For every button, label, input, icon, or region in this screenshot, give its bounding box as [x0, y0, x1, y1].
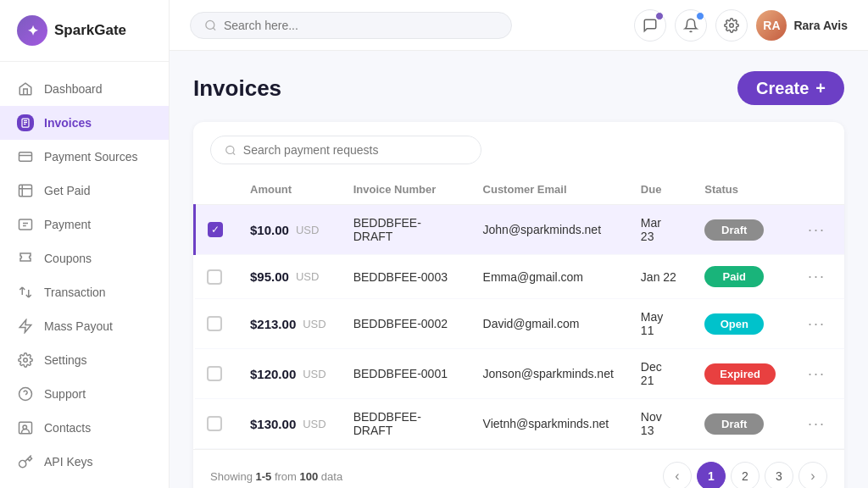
row-customer-email: Vietnh@sparkminds.net	[470, 399, 627, 449]
row-checkbox[interactable]	[207, 269, 222, 285]
row-more-actions[interactable]: ···	[789, 399, 844, 449]
settings-button[interactable]	[715, 9, 748, 42]
row-checkbox-cell[interactable]	[195, 349, 237, 399]
settings-icon	[17, 352, 34, 369]
sidebar-item-api-keys[interactable]: API Keys	[0, 445, 169, 479]
row-checkbox-cell[interactable]	[195, 399, 237, 449]
checkbox-header	[195, 175, 237, 205]
get-paid-icon	[17, 182, 34, 199]
row-checkbox-cell[interactable]	[195, 299, 237, 349]
sidebar-item-settings[interactable]: Settings	[0, 343, 169, 377]
table-row: $95.00 USD BEDDBFEE-0003 Emma@gmail.com …	[195, 255, 845, 299]
more-button[interactable]: ···	[803, 363, 831, 385]
svg-point-15	[206, 20, 214, 29]
row-amount: $130.00 USD	[236, 399, 340, 449]
create-label: Create	[756, 80, 809, 97]
search-bar[interactable]	[190, 12, 512, 39]
row-checkbox[interactable]	[207, 416, 222, 431]
sidebar-item-invoices[interactable]: Invoices	[0, 106, 169, 140]
table-body: $10.00 USD BEDDBFEE-DRAFT John@sparkmind…	[195, 205, 845, 449]
pagination-controls: ‹ 1 2 3 ›	[663, 462, 827, 488]
col-invoice-number: Invoice Number	[340, 175, 470, 205]
table-search-input-wrapper[interactable]	[210, 136, 481, 164]
table-row: $120.00 USD BEDDBFEE-0001 Jonson@sparkmi…	[195, 349, 845, 399]
payment-icon	[17, 216, 34, 233]
row-more-actions[interactable]: ···	[789, 205, 844, 255]
sidebar-item-contacts[interactable]: Contacts	[0, 411, 169, 445]
prev-page-button[interactable]: ‹	[663, 462, 692, 488]
row-checkbox[interactable]	[207, 366, 222, 381]
row-status: Draft	[691, 399, 789, 449]
sidebar-item-label: Transaction	[44, 286, 106, 299]
row-more-actions[interactable]: ···	[789, 299, 844, 349]
row-amount: $95.00 USD	[236, 255, 340, 299]
row-status: Expired	[691, 349, 789, 399]
transaction-icon	[17, 284, 34, 301]
row-due: Dec 21	[627, 349, 691, 399]
create-button[interactable]: Create +	[737, 71, 844, 105]
notifications-button[interactable]	[675, 9, 707, 42]
row-amount: $10.00 USD	[236, 205, 340, 255]
mass-payout-icon	[17, 318, 34, 335]
sidebar-item-support[interactable]: Support	[0, 377, 169, 411]
row-status: Paid	[691, 255, 789, 299]
pagination-row: Showing 1-5 from 100 data ‹ 1 2 3 ›	[193, 449, 844, 488]
row-amount: $213.00 USD	[236, 299, 340, 349]
sidebar-item-payment-sources[interactable]: Payment Sources	[0, 140, 169, 174]
row-more-actions[interactable]: ···	[789, 349, 844, 399]
next-page-button[interactable]: ›	[798, 462, 827, 488]
svg-point-11	[24, 358, 28, 363]
row-more-actions[interactable]: ···	[789, 255, 844, 299]
more-button[interactable]: ···	[803, 413, 831, 435]
sidebar-item-label: Mass Payout	[44, 319, 113, 333]
row-checkbox-cell[interactable]	[195, 205, 237, 255]
row-due: Mar 23	[627, 205, 691, 255]
chat-button[interactable]	[634, 9, 666, 42]
page-3-button[interactable]: 3	[765, 462, 793, 488]
table-search-input[interactable]	[243, 143, 467, 157]
sidebar-item-transaction[interactable]: Transaction	[0, 275, 169, 309]
payment-sources-icon	[17, 148, 34, 165]
sidebar-item-payment[interactable]: Payment	[0, 208, 169, 241]
row-invoice-number: BEDDBFEE-DRAFT	[340, 205, 470, 255]
svg-rect-4	[19, 152, 32, 162]
col-actions	[789, 175, 844, 205]
col-due: Due	[627, 175, 691, 205]
search-input[interactable]	[224, 19, 498, 32]
avatar: RA	[756, 10, 787, 41]
status-badge: Open	[704, 313, 764, 335]
sidebar-item-coupons[interactable]: Coupons	[0, 241, 169, 275]
page-2-button[interactable]: 2	[731, 462, 760, 488]
sidebar-item-label: API Keys	[44, 455, 93, 469]
user-name: Rara Avis	[793, 19, 848, 32]
app-name: SparkGate	[54, 22, 126, 39]
col-status: Status	[691, 175, 789, 205]
chat-badge	[655, 12, 664, 20]
coupons-icon	[17, 250, 34, 267]
status-badge: Expired	[704, 363, 776, 385]
row-checkbox[interactable]	[208, 222, 223, 237]
more-button[interactable]: ···	[803, 313, 831, 335]
sidebar-item-label: Contacts	[44, 421, 91, 435]
row-checkbox[interactable]	[207, 316, 222, 331]
logo-icon: ✦	[17, 15, 47, 46]
support-icon	[17, 385, 34, 402]
svg-point-17	[730, 23, 734, 27]
more-button[interactable]: ···	[803, 266, 831, 287]
pagination-info: Showing 1-5 from 100 data	[210, 470, 342, 483]
svg-marker-10	[19, 320, 31, 333]
row-checkbox-cell[interactable]	[195, 255, 237, 299]
page-1-button[interactable]: 1	[697, 462, 726, 488]
sidebar-item-label: Settings	[44, 353, 87, 367]
sidebar-item-get-paid[interactable]: Get Paid	[0, 174, 169, 208]
row-customer-email: David@gmail.com	[470, 299, 627, 349]
sidebar-item-mass-payout[interactable]: Mass Payout	[0, 309, 169, 343]
sidebar-item-dashboard[interactable]: Dashboard	[0, 72, 169, 106]
row-invoice-number: BEDDBFEE-0002	[340, 299, 470, 349]
more-button[interactable]: ···	[803, 219, 831, 241]
sidebar: ✦ SparkGate Dashboard Invoices Payment S…	[0, 0, 170, 488]
row-customer-email: Emma@gmail.com	[470, 255, 627, 299]
user-info[interactable]: RA Rara Avis	[756, 10, 848, 41]
home-icon	[17, 80, 34, 97]
sidebar-item-label: Support	[44, 387, 86, 401]
